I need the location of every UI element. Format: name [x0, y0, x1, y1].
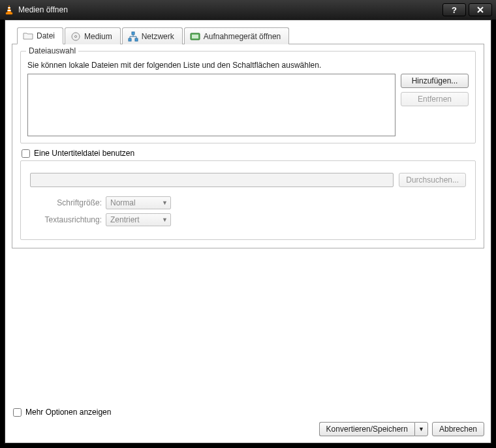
tab-file-label: Datei [37, 31, 55, 40]
file-selection-legend: Dateiauswahl [26, 46, 78, 55]
browse-button[interactable]: Durchsuchen... [399, 173, 466, 187]
more-options-label: Mehr Optionen anzeigen [25, 408, 111, 417]
alignment-combo[interactable]: Zentriert ▼ [106, 213, 171, 226]
svg-rect-6 [132, 32, 134, 35]
svg-rect-7 [129, 38, 131, 41]
more-options-checkbox[interactable] [13, 408, 22, 417]
file-list[interactable] [27, 74, 395, 136]
convert-split-button: Konvertieren/Speichern ▼ [319, 422, 428, 436]
cancel-button[interactable]: Abbrechen [432, 422, 484, 436]
tab-network[interactable]: Netzwerk [122, 27, 183, 44]
tab-bar: Datei Medium Netzwerk Aufnahmegerät öffn… [17, 27, 484, 44]
svg-marker-0 [7, 5, 11, 12]
subtitle-checkbox-row: Eine Untertiteldatei benutzen [22, 149, 476, 158]
window-controls: ? [440, 3, 492, 16]
convert-dropdown-button[interactable]: ▼ [414, 422, 428, 436]
help-button[interactable]: ? [442, 3, 466, 16]
alignment-row: Textausrichtung: Zentriert ▼ [30, 213, 466, 226]
network-icon [128, 31, 138, 42]
tab-file[interactable]: Datei [17, 27, 63, 44]
folder-icon [23, 31, 33, 41]
svg-rect-8 [135, 38, 138, 41]
subtitle-group: Durchsuchen... Schriftgröße: Normal ▼ Te… [20, 160, 476, 240]
file-row: Hinzufügen... Entfernen [27, 74, 469, 136]
file-buttons: Hinzufügen... Entfernen [401, 74, 469, 136]
svg-point-5 [75, 35, 77, 37]
subtitle-checkbox[interactable] [22, 149, 30, 158]
add-button[interactable]: Hinzufügen... [401, 74, 469, 88]
alignment-label: Textausrichtung: [30, 215, 102, 224]
font-size-combo[interactable]: Normal ▼ [106, 196, 171, 209]
svg-rect-2 [8, 10, 11, 11]
chevron-down-icon: ▼ [162, 200, 168, 206]
tab-capture[interactable]: Aufnahmegerät öffnen [184, 27, 290, 44]
vlc-icon [4, 5, 14, 15]
more-options-row: Mehr Optionen anzeigen [13, 408, 484, 417]
tab-disc-label: Medium [84, 32, 112, 41]
capture-icon [190, 31, 200, 42]
chevron-down-icon: ▼ [162, 217, 168, 223]
file-selection-group: Dateiauswahl Sie können lokale Dateien m… [20, 51, 476, 143]
svg-rect-3 [6, 12, 12, 14]
font-size-label: Schriftgröße: [30, 198, 102, 207]
svg-rect-1 [8, 7, 10, 8]
window-title: Medien öffnen [18, 5, 440, 14]
footer-buttons: Konvertieren/Speichern ▼ Abbrechen [12, 422, 484, 436]
font-size-value: Normal [110, 198, 136, 207]
dialog-footer: Mehr Optionen anzeigen Konvertieren/Spei… [12, 402, 484, 436]
svg-rect-10 [192, 35, 198, 38]
dialog-client: Datei Medium Netzwerk Aufnahmegerät öffn… [5, 20, 491, 443]
subtitle-path-input[interactable] [30, 173, 394, 187]
titlebar: Medien öffnen ? [0, 0, 496, 20]
tab-panel-file: Dateiauswahl Sie können lokale Dateien m… [12, 44, 484, 248]
tab-disc[interactable]: Medium [65, 27, 121, 44]
subtitle-checkbox-label: Eine Untertiteldatei benutzen [34, 149, 134, 158]
tab-capture-label: Aufnahmegerät öffnen [204, 32, 281, 41]
tab-network-label: Netzwerk [142, 32, 174, 41]
file-selection-help: Sie können lokale Dateien mit der folgen… [27, 61, 469, 70]
convert-button[interactable]: Konvertieren/Speichern [319, 422, 414, 436]
subtitle-path-row: Durchsuchen... [30, 173, 466, 187]
dialog-window: Medien öffnen ? Datei Medium [0, 0, 496, 448]
alignment-value: Zentriert [110, 215, 140, 224]
disc-icon [70, 31, 81, 42]
remove-button[interactable]: Entfernen [401, 92, 469, 106]
font-size-row: Schriftgröße: Normal ▼ [30, 196, 466, 209]
close-button[interactable] [469, 3, 492, 16]
